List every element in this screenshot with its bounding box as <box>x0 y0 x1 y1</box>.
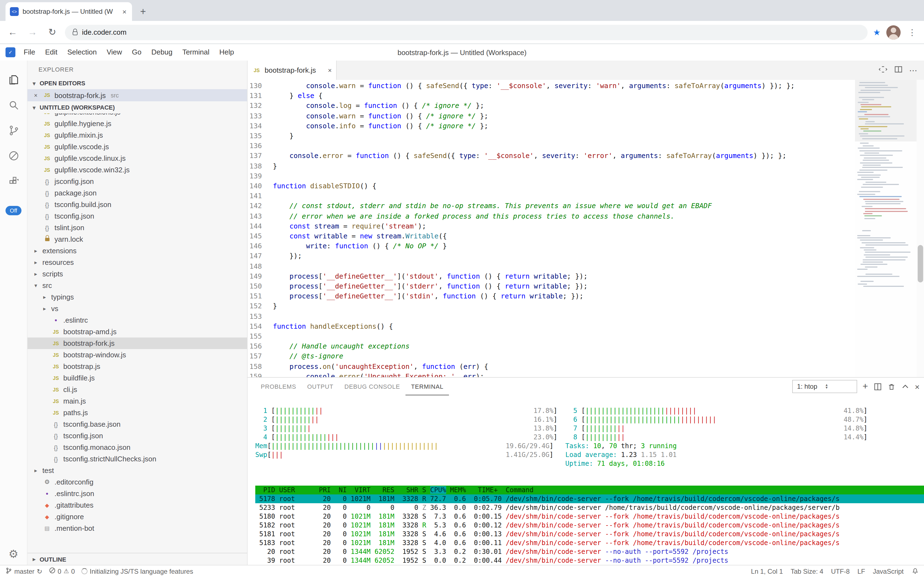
code-line[interactable]: 149 process['__defineGetter__']('stdout'… <box>247 271 855 281</box>
tree-item-resources[interactable]: ▸resources <box>27 256 247 268</box>
code-line[interactable]: 156 // Handle uncaught exceptions <box>247 342 855 351</box>
kill-terminal-icon[interactable] <box>887 382 895 391</box>
code-line[interactable]: 133 console.warn = function () { /* igno… <box>247 111 855 121</box>
tree-item--eslintrc[interactable]: ●.eslintrc <box>27 314 247 326</box>
tree-item-gulpfile-vscode-win32-js[interactable]: JSgulpfile.vscode.win32.js <box>27 164 247 176</box>
tree-item-tsconfig-monaco-json[interactable]: {}tsconfig.monaco.json <box>27 442 247 453</box>
close-panel-icon[interactable]: × <box>914 382 919 391</box>
tree-item-tslint-json[interactable]: {}tslint.json <box>27 222 247 234</box>
browser-menu-icon[interactable]: ⋮ <box>906 27 919 37</box>
tree-item-scripts[interactable]: ▸scripts <box>27 268 247 280</box>
panel-tab-terminal[interactable]: TERMINAL <box>405 378 449 395</box>
terminal[interactable]: 1 [|||||||||||| 17.8%] 5 [||||||||||||||… <box>247 395 924 565</box>
reload-icon[interactable]: ↻ <box>45 25 59 39</box>
browser-tab[interactable]: <> bootstrap-fork.js — Untitled (W × <box>5 2 132 21</box>
minimap-slider[interactable] <box>855 80 916 142</box>
open-editors-header[interactable]: ▾ OPEN EDITORS <box>27 77 247 89</box>
code-line[interactable]: 154function handleExceptions() { <box>247 322 855 332</box>
tree-item-tsconfig-build-json[interactable]: {}tsconfig.build.json <box>27 199 247 210</box>
tree-item-test[interactable]: ▸test <box>27 465 247 476</box>
tree-item-src[interactable]: ▾src <box>27 280 247 291</box>
extensions-icon[interactable] <box>0 168 27 194</box>
menu-help[interactable]: Help <box>214 44 239 61</box>
editor-tab-bootstrap-fork[interactable]: JS bootstrap-fork.js × <box>247 61 337 80</box>
new-terminal-icon[interactable]: + <box>863 383 868 390</box>
tree-item-yarn-lock[interactable]: yarn.lock <box>27 234 247 245</box>
tree-item-paths-js[interactable]: JSpaths.js <box>27 407 247 418</box>
tree-item-typings[interactable]: ▸typings <box>27 291 247 303</box>
tree-item-tsconfig-json[interactable]: {}tsconfig.json <box>27 210 247 222</box>
language-indicator[interactable]: JavaScript <box>873 567 904 575</box>
panel-tab-debug-console[interactable]: DEBUG CONSOLE <box>339 378 405 395</box>
code-line[interactable]: 132 console.log = function () { /* ignor… <box>247 101 855 111</box>
tree-item-gulpfile-mixin-js[interactable]: JSgulpfile.mixin.js <box>27 129 247 141</box>
tree-item-vs[interactable]: ▸vs <box>27 303 247 314</box>
search-icon[interactable] <box>0 92 27 118</box>
code-line[interactable]: 155 <box>247 332 855 342</box>
close-icon[interactable]: × <box>32 92 40 98</box>
code-line[interactable]: 134 console.info = function () { /* igno… <box>247 121 855 131</box>
code-line[interactable]: 130 console.warn = function () { safeSen… <box>247 81 855 91</box>
code-line[interactable]: 144 const stream = require('stream'); <box>247 221 855 231</box>
tree-item-main-js[interactable]: JSmain.js <box>27 395 247 407</box>
menu-debug[interactable]: Debug <box>146 44 177 61</box>
tree-item-bootstrap-js[interactable]: JSbootstrap.js <box>27 361 247 372</box>
address-bar[interactable]: ide.coder.com <box>65 24 868 40</box>
tree-item-buildfile-js[interactable]: JSbuildfile.js <box>27 372 247 384</box>
code-line[interactable]: 157 // @ts-ignore <box>247 351 855 361</box>
scrollbar-thumb[interactable] <box>918 245 923 282</box>
back-icon[interactable]: ← <box>5 25 20 39</box>
tree-item-bootstrap-window-js[interactable]: JSbootstrap-window.js <box>27 349 247 361</box>
tree-item--editorconfig[interactable]: ⚙.editorconfig <box>27 476 247 488</box>
eol-indicator[interactable]: LF <box>857 567 865 575</box>
code-line[interactable]: 158 process.on('uncaughtException', func… <box>247 361 855 371</box>
tree-item-gulpfile-hygiene-js[interactable]: JSgulpfile.hygiene.js <box>27 118 247 129</box>
tree-item-tsconfig-strictnullchecks-json[interactable]: {}tsconfig.strictNullChecks.json <box>27 453 247 465</box>
tree-item-gulpfile-vscode-js[interactable]: JSgulpfile.vscode.js <box>27 141 247 153</box>
tree-item-jsconfig-json[interactable]: {}jsconfig.json <box>27 176 247 187</box>
tree-item--gitignore[interactable]: ◆.gitignore <box>27 511 247 522</box>
tree-item-bootstrap-fork-js[interactable]: JSbootstrap-fork.js <box>27 337 247 349</box>
code-line[interactable]: 137 console.error = function () { safeSe… <box>247 151 855 161</box>
problems-indicator[interactable]: 0 ⚠ 0 <box>49 567 75 575</box>
menu-file[interactable]: File <box>19 44 40 61</box>
menu-edit[interactable]: Edit <box>40 44 63 61</box>
code-line[interactable]: 142 // const stdout, stderr and stdin be… <box>247 201 855 211</box>
tree-item-tsconfig-base-json[interactable]: {}tsconfig.base.json <box>27 418 247 430</box>
profile-avatar[interactable] <box>886 25 900 39</box>
tree-item-cli-js[interactable]: JScli.js <box>27 384 247 395</box>
panel-tab-output[interactable]: OUTPUT <box>302 378 339 395</box>
settings-gear-icon[interactable]: ⚙ <box>8 547 18 561</box>
code-line[interactable]: 159 console.error('Uncaught Exception: '… <box>247 372 855 377</box>
terminal-selector[interactable]: 1: htop ▲▼ <box>792 380 857 393</box>
split-editor-icon[interactable] <box>878 65 887 76</box>
code-line[interactable]: 150 process['__defineGetter__']('stderr'… <box>247 281 855 291</box>
menu-selection[interactable]: Selection <box>63 44 102 61</box>
code-line[interactable]: 140function disableSTDIO() { <box>247 181 855 191</box>
more-actions-icon[interactable]: ⋯ <box>909 65 918 75</box>
code-line[interactable]: 141 <box>247 191 855 201</box>
debug-icon[interactable] <box>0 143 27 168</box>
forward-icon[interactable]: → <box>25 25 40 39</box>
code-line[interactable]: 135 } <box>247 131 855 141</box>
menu-go[interactable]: Go <box>127 44 146 61</box>
tree-item--gitattributes[interactable]: ◆.gitattributes <box>27 500 247 511</box>
tab-close-icon[interactable]: × <box>328 66 332 74</box>
editor-scrollbar[interactable] <box>916 80 924 377</box>
minimap[interactable] <box>855 80 916 377</box>
tree-item--eslintrc-json[interactable]: ●.eslintrc.json <box>27 488 247 500</box>
code-line[interactable]: 136 <box>247 141 855 151</box>
menu-terminal[interactable]: Terminal <box>177 44 214 61</box>
source-control-icon[interactable] <box>0 118 27 143</box>
code-line[interactable]: 147 }); <box>247 251 855 261</box>
layout-icon[interactable] <box>894 65 903 76</box>
tree-item-tsconfig-json[interactable]: {}tsconfig.json <box>27 430 247 442</box>
code-line[interactable]: 153 <box>247 311 855 321</box>
code-line[interactable]: 146 write: function () { /* No OP */ } <box>247 242 855 251</box>
tab-size-indicator[interactable]: Tab Size: 4 <box>791 567 823 575</box>
editor-area[interactable]: 130 console.warn = function () { safeSen… <box>247 80 924 377</box>
notifications-bell-icon[interactable] <box>911 567 919 575</box>
code-line[interactable]: 131 } else { <box>247 91 855 101</box>
maximize-panel-icon[interactable] <box>901 382 909 391</box>
open-editor-item[interactable]: × JS bootstrap-fork.js src <box>27 89 247 101</box>
